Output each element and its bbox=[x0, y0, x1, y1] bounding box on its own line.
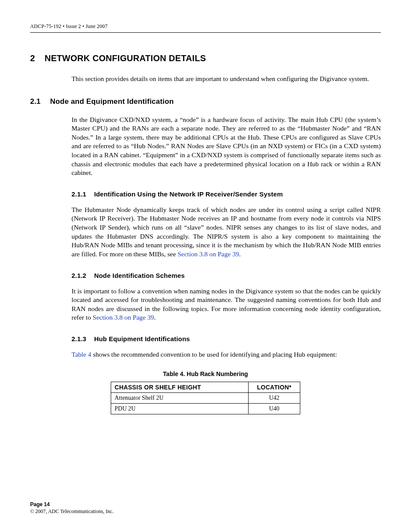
heading-2-1-1-number: 2.1.1 bbox=[72, 190, 86, 198]
section-2-1-3-text: shows the recommended convention to be u… bbox=[91, 351, 337, 358]
table-4: CHASSIS OR SHELF HEIGHT LOCATION* Attenu… bbox=[111, 382, 300, 414]
section-2-1-2-text-b: . bbox=[154, 314, 156, 321]
heading-2-number: 2 bbox=[30, 53, 35, 63]
link-section-3-8-a[interactable]: Section 3.8 on Page 39 bbox=[177, 250, 239, 258]
heading-2-1-3-number: 2.1.3 bbox=[72, 335, 86, 342]
link-section-3-8-b[interactable]: Section 3.8 on Page 39 bbox=[93, 314, 154, 321]
heading-2: 2 NETWORK CONFIGURATION DETAILS bbox=[30, 53, 381, 63]
page-number: Page 14 bbox=[30, 501, 114, 507]
table-cell-location: U40 bbox=[249, 403, 300, 414]
section-2-1-1-text-a: The Hubmaster Node dynamically keeps tra… bbox=[72, 206, 381, 258]
table-4-caption: Table 4. Hub Rack Numbering bbox=[30, 370, 381, 377]
header-doc-id: ADCP-75-192 • Issue 2 • June 2007 bbox=[30, 23, 381, 30]
section-2-1-3-body: Table 4 shows the recommended convention… bbox=[72, 350, 381, 359]
table-header-row: CHASSIS OR SHELF HEIGHT LOCATION* bbox=[111, 382, 300, 392]
table-header-chassis: CHASSIS OR SHELF HEIGHT bbox=[111, 382, 249, 392]
table-cell-chassis: Attenuator Shelf 2U bbox=[111, 392, 249, 403]
section-2-1-body: In the Digivance CXD/NXD system, a “node… bbox=[72, 115, 381, 177]
link-table-4[interactable]: Table 4 bbox=[72, 351, 91, 358]
section-2-1-1-body: The Hubmaster Node dynamically keeps tra… bbox=[72, 205, 381, 259]
copyright-line: © 2007, ADC Telecommunications, Inc. bbox=[30, 508, 114, 515]
heading-2-1-3-title: Hub Equipment Identifications bbox=[94, 335, 190, 342]
heading-2-1: 2.1 Node and Equipment Identification bbox=[30, 97, 381, 106]
heading-2-1-number: 2.1 bbox=[30, 97, 40, 106]
table-cell-location: U42 bbox=[249, 392, 300, 403]
heading-2-1-2-title: Node Identification Schemes bbox=[94, 272, 184, 279]
heading-2-title: NETWORK CONFIGURATION DETAILS bbox=[44, 53, 206, 63]
page-footer: Page 14 © 2007, ADC Telecommunications, … bbox=[30, 501, 114, 515]
table-row: Attenuator Shelf 2U U42 bbox=[111, 392, 300, 403]
section-2-intro: This section provides details on items t… bbox=[72, 75, 381, 84]
header-rule bbox=[30, 32, 381, 33]
heading-2-1-title: Node and Equipment Identification bbox=[50, 97, 174, 106]
heading-2-1-3: 2.1.3 Hub Equipment Identifications bbox=[72, 335, 381, 342]
heading-2-1-2-number: 2.1.2 bbox=[72, 272, 86, 279]
table-row: PDU 2U U40 bbox=[111, 403, 300, 414]
heading-2-1-1-title: Identification Using the Network IP Rece… bbox=[94, 190, 283, 198]
section-2-1-1-text-b: . bbox=[239, 250, 241, 258]
table-header-location: LOCATION* bbox=[249, 382, 300, 392]
table-cell-chassis: PDU 2U bbox=[111, 403, 249, 414]
heading-2-1-2: 2.1.2 Node Identification Schemes bbox=[72, 272, 381, 279]
heading-2-1-1: 2.1.1 Identification Using the Network I… bbox=[72, 190, 381, 198]
section-2-1-2-body: It is important to follow a convention w… bbox=[72, 287, 381, 322]
